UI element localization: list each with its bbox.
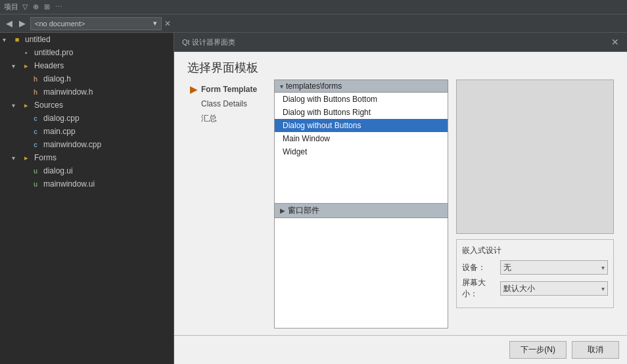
nav-item-class-details[interactable]: ▶ Class Details xyxy=(187,97,266,111)
nav-form-template-label: Form Template xyxy=(201,85,257,94)
device-select-arrow-icon: ▾ xyxy=(601,264,605,271)
sidebar-item-headers[interactable]: ▾ ▸ Headers xyxy=(0,59,174,72)
dialog-cpp-label: dialog.cpp xyxy=(43,114,80,123)
dialog-h-label: dialog.h xyxy=(43,74,71,83)
template-item-main-window[interactable]: Main Window xyxy=(275,132,448,145)
headers-folder-icon: ▸ xyxy=(21,60,32,71)
document-dropdown[interactable]: <no document> ▾ xyxy=(30,17,162,30)
sidebar-item-mainwindow-h[interactable]: h mainwindow.h xyxy=(0,85,174,99)
untitled-pro-label: untitled.pro xyxy=(34,48,73,57)
screen-size-select-arrow-icon: ▾ xyxy=(601,285,605,292)
forms-folder-icon: ▸ xyxy=(21,152,32,163)
nav-item-summary[interactable]: ▶ 汇总 xyxy=(187,111,266,126)
sources-expand-icon: ▾ xyxy=(12,102,21,109)
sidebar-item-untitled[interactable]: ▾ ■ untitled.pro untitled xyxy=(0,33,174,46)
screen-size-select-value: 默认大小 xyxy=(503,283,535,294)
nav-back-button[interactable]: ◀ xyxy=(4,18,14,28)
widget-section-header[interactable]: ▶ 窗口部件 xyxy=(274,204,448,218)
mainwindow-cpp-label: mainwindow.cpp xyxy=(43,140,101,149)
template-list-container: ▾ templates\forms Dialog with Buttons Bo… xyxy=(274,80,448,329)
screen-size-row: 屏幕大小： 默认大小 ▾ xyxy=(462,277,608,300)
mainwindow-ui-label: mainwindow.ui xyxy=(43,179,95,189)
sidebar-item-dialog-ui[interactable]: u dialog.ui xyxy=(0,164,174,177)
link-icon[interactable]: ⊕ xyxy=(32,3,40,11)
dialog-ui-label: dialog.ui xyxy=(43,166,73,175)
content-area: Qt 设计器界面类 ✕ 选择界面模板 ▶ Form Template ▶ xyxy=(174,33,627,364)
sidebar: ▾ ■ untitled.pro untitled ▪ untitled.pro… xyxy=(0,33,174,364)
nav-class-details-label: Class Details xyxy=(201,99,247,108)
headers-label: Headers xyxy=(34,61,64,70)
headers-expand-icon: ▾ xyxy=(12,62,21,70)
template-section-label: templates\forms xyxy=(286,81,342,91)
device-select-value: 无 xyxy=(503,262,511,273)
pro-file-icon: ▪ xyxy=(21,47,32,58)
mainwindow-ui-icon: u xyxy=(30,179,41,189)
dialog-header-text: Qt 设计器界面类 xyxy=(182,37,235,47)
widget-section-content xyxy=(274,218,448,329)
device-label: 设备： xyxy=(462,262,496,273)
sources-folder-icon: ▸ xyxy=(21,100,32,110)
preview-panel: 嵌入式设计 设备： 无 ▾ 屏幕大小： 默认大小 xyxy=(456,80,614,329)
embedded-design-title: 嵌入式设计 xyxy=(462,245,608,256)
section-collapse-icon: ▾ xyxy=(280,83,283,90)
main-cpp-icon: c xyxy=(30,126,41,137)
top-bar: 项目 ▽ ⊕ ⊞ ⋯ xyxy=(0,0,627,14)
mainwindow-h-icon: h xyxy=(30,87,41,97)
sources-label: Sources xyxy=(34,101,63,110)
dialog-header: Qt 设计器界面类 ✕ xyxy=(174,33,627,52)
screen-size-label: 屏幕大小： xyxy=(462,277,496,300)
nav-summary-label: 汇总 xyxy=(201,113,217,124)
widget-section-collapse-icon: ▶ xyxy=(280,207,285,214)
close-document-button[interactable]: ✕ xyxy=(164,19,171,28)
project-root-label: untitled xyxy=(25,35,51,44)
grid-icon[interactable]: ⊞ xyxy=(43,3,51,11)
toolbar: ◀ ▶ <no document> ▾ ✕ xyxy=(0,14,627,33)
main-cpp-label: main.cpp xyxy=(43,127,76,136)
wizard-footer: 下一步(N) 取消 xyxy=(174,335,627,364)
active-nav-arrow-icon: ▶ xyxy=(190,84,197,95)
device-select[interactable]: 无 ▾ xyxy=(500,260,608,275)
preview-box xyxy=(456,80,614,234)
sidebar-item-untitled-pro[interactable]: ▪ untitled.pro xyxy=(0,46,174,59)
wizard-main: ▶ Form Template ▶ Class Details ▶ 汇总 xyxy=(174,80,627,335)
device-row: 设备： 无 ▾ xyxy=(462,260,608,275)
template-list: Dialog with Buttons Bottom Dialog with B… xyxy=(274,93,448,204)
document-dropdown-text: <no document> xyxy=(35,20,149,28)
widget-section-label: 窗口部件 xyxy=(288,205,319,216)
dialog-ui-icon: u xyxy=(30,166,41,176)
filter-icon[interactable]: ▽ xyxy=(21,3,29,11)
sidebar-item-main-cpp[interactable]: c main.cpp xyxy=(0,125,174,138)
sidebar-item-mainwindow-cpp[interactable]: c mainwindow.cpp xyxy=(0,138,174,151)
next-button[interactable]: 下一步(N) xyxy=(509,341,567,359)
dialog-close-button[interactable]: ✕ xyxy=(611,37,619,47)
embedded-design-section: 嵌入式设计 设备： 无 ▾ 屏幕大小： 默认大小 xyxy=(456,239,614,308)
forms-expand-icon: ▾ xyxy=(12,154,21,162)
main-layout: ▾ ■ untitled.pro untitled ▪ untitled.pro… xyxy=(0,33,627,364)
template-item-dialog-buttons-right[interactable]: Dialog with Buttons Right xyxy=(275,106,448,119)
dialog-cpp-icon: c xyxy=(30,113,41,124)
mainwindow-h-label: mainwindow.h xyxy=(43,87,93,97)
sidebar-item-forms[interactable]: ▾ ▸ Forms xyxy=(0,151,174,164)
screen-size-select[interactable]: 默认大小 ▾ xyxy=(500,281,608,296)
project-icon: ■ xyxy=(12,34,22,45)
template-section-header[interactable]: ▾ templates\forms xyxy=(274,80,448,93)
mainwindow-cpp-icon: c xyxy=(30,139,41,150)
forms-label: Forms xyxy=(34,153,57,162)
wizard-title: 选择界面模板 xyxy=(187,60,614,76)
sidebar-item-sources[interactable]: ▾ ▸ Sources xyxy=(0,99,174,112)
sidebar-item-mainwindow-ui[interactable]: u mainwindow.ui xyxy=(0,177,174,191)
wizard-title-bar: 选择界面模板 xyxy=(174,52,627,80)
nav-item-form-template[interactable]: ▶ Form Template xyxy=(187,82,266,97)
template-item-dialog-buttons-bottom[interactable]: Dialog with Buttons Bottom xyxy=(275,93,448,106)
expand-arrow-icon: ▾ xyxy=(3,36,12,43)
template-item-widget[interactable]: Widget xyxy=(275,145,448,158)
wizard-body: 选择界面模板 ▶ Form Template ▶ Class Details ▶ xyxy=(174,52,627,364)
dropdown-arrow-icon: ▾ xyxy=(153,19,157,28)
template-item-dialog-without-buttons[interactable]: Dialog without Buttons xyxy=(275,119,448,132)
sidebar-item-dialog-cpp[interactable]: c dialog.cpp xyxy=(0,112,174,125)
cancel-button[interactable]: 取消 xyxy=(572,341,619,359)
dots-icon[interactable]: ⋯ xyxy=(54,3,64,11)
sidebar-item-dialog-h[interactable]: h dialog.h xyxy=(0,72,174,85)
dialog-h-icon: h xyxy=(30,74,41,84)
nav-forward-button[interactable]: ▶ xyxy=(17,18,28,28)
